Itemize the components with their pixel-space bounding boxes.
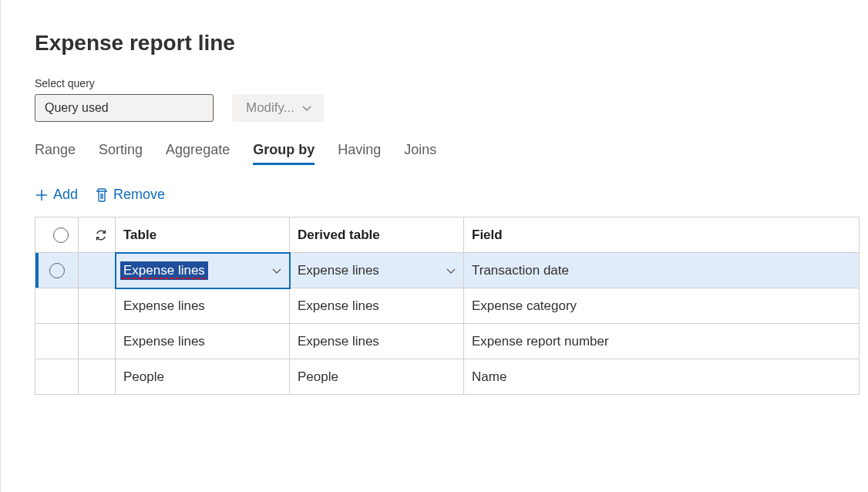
row-selector[interactable]	[35, 359, 79, 395]
plus-icon	[35, 188, 49, 202]
group-by-grid: Table Derived table Field Expense linesE…	[35, 217, 860, 395]
cell-table-value: Expense lines	[116, 324, 289, 359]
row-selector[interactable]	[35, 253, 79, 288]
cell-table[interactable]: Expense lines	[116, 288, 290, 324]
refresh-icon	[93, 227, 109, 243]
cell-derived-table[interactable]: Expense lines	[290, 253, 464, 288]
remove-button[interactable]: Remove	[95, 187, 165, 203]
header-derived-table[interactable]: Derived table	[290, 217, 464, 253]
header-refresh[interactable]	[79, 217, 116, 253]
row-refresh-cell	[79, 288, 116, 324]
trash-icon	[95, 187, 109, 203]
cell-table[interactable]: Expense lines	[116, 324, 290, 359]
add-button[interactable]: Add	[35, 187, 78, 203]
cell-field[interactable]: Expense report number	[464, 324, 860, 359]
cell-derived-value: Expense lines	[290, 288, 463, 323]
chevron-down-icon	[271, 265, 283, 277]
modify-button-label: Modify...	[246, 100, 294, 116]
row-refresh-cell	[79, 359, 116, 395]
table-row[interactable]: PeoplePeopleName	[35, 359, 860, 395]
modify-button[interactable]: Modify...	[232, 94, 324, 122]
cell-derived-table[interactable]: Expense lines	[290, 288, 464, 324]
select-query-label: Select query	[35, 77, 868, 89]
cell-field-value: Expense category	[464, 288, 859, 323]
cell-derived-value: Expense lines	[298, 263, 379, 278]
radio-icon	[49, 263, 65, 278]
cell-derived-table[interactable]: People	[290, 359, 464, 395]
cell-field-value: Expense report number	[464, 324, 859, 359]
cell-field-value: Name	[464, 359, 859, 394]
remove-button-label: Remove	[113, 187, 165, 203]
cell-table[interactable]: Expense lines	[116, 253, 290, 288]
tab-group-by[interactable]: Group by	[253, 142, 315, 165]
cell-field[interactable]: Transaction date	[464, 253, 860, 288]
cell-table-value: People	[116, 359, 289, 394]
header-select-all[interactable]	[35, 217, 79, 253]
tab-bar: RangeSortingAggregateGroup byHavingJoins	[35, 142, 868, 165]
cell-table-value: Expense lines	[116, 288, 289, 323]
row-selector[interactable]	[35, 324, 79, 359]
header-field[interactable]: Field	[464, 217, 860, 253]
cell-derived-value: People	[290, 359, 463, 394]
tab-sorting[interactable]: Sorting	[99, 142, 143, 165]
tab-aggregate[interactable]: Aggregate	[166, 142, 230, 165]
row-refresh-cell	[79, 253, 116, 288]
cell-table-value: Expense lines	[120, 261, 208, 280]
header-table[interactable]: Table	[116, 217, 290, 253]
add-button-label: Add	[53, 187, 78, 203]
select-query-value: Query used	[45, 101, 109, 115]
radio-icon	[53, 227, 69, 243]
table-row[interactable]: Expense linesExpense linesExpense report…	[35, 324, 860, 359]
cell-field[interactable]: Expense category	[464, 288, 860, 324]
cell-table[interactable]: People	[116, 359, 290, 395]
tab-joins[interactable]: Joins	[404, 142, 436, 165]
chevron-down-icon	[301, 102, 313, 114]
cell-field[interactable]: Name	[464, 359, 860, 395]
tab-range[interactable]: Range	[35, 142, 76, 165]
cell-field-value: Transaction date	[464, 253, 859, 288]
row-refresh-cell	[79, 324, 116, 359]
table-row[interactable]: Expense linesExpense linesExpense catego…	[35, 288, 860, 324]
page-title: Expense report line	[35, 31, 868, 56]
table-row[interactable]: Expense linesExpense linesTransaction da…	[35, 253, 860, 288]
tab-having[interactable]: Having	[338, 142, 381, 165]
select-query-dropdown[interactable]: Query used	[35, 94, 214, 122]
row-selector[interactable]	[35, 288, 79, 324]
cell-derived-table[interactable]: Expense lines	[290, 324, 464, 359]
chevron-down-icon	[445, 265, 457, 277]
cell-derived-value: Expense lines	[290, 324, 463, 359]
